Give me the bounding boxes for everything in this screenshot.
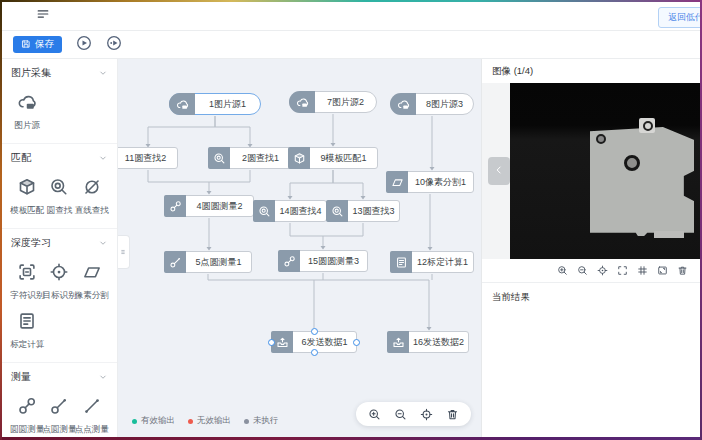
node-label: 10像素分割1 (408, 176, 473, 189)
node-handle[interactable] (353, 339, 360, 346)
flow-node[interactable]: 12标定计算1 (390, 251, 474, 273)
save-icon (21, 39, 31, 49)
tool-item[interactable]: 目标识别 (43, 262, 75, 302)
flow-node[interactable]: 11圆查找2 (118, 147, 178, 169)
image-bright-square (639, 118, 655, 133)
calib-calc-icon (395, 256, 408, 269)
prev-image-button[interactable] (488, 157, 510, 185)
tool-item[interactable]: 点圆测量 (43, 396, 75, 436)
zoom-out-icon (394, 408, 407, 421)
locate-button[interactable] (597, 265, 608, 276)
locate-button[interactable] (420, 408, 433, 421)
node-handle[interactable] (311, 349, 318, 356)
node-label: 14圆查找4 (275, 205, 326, 218)
run-button[interactable] (75, 36, 92, 53)
zoom-in-button[interactable] (557, 265, 568, 276)
tool-sidebar: 图片采集图片源匹配模板匹配圆查找直线查找深度学习字符识别目标识别像素分割标定计算… (2, 59, 118, 437)
tool-item[interactable]: 圆查找 (43, 177, 75, 217)
flow-node[interactable]: 8图片源3 (390, 93, 474, 115)
current-result-title: 当前结果 (482, 283, 700, 312)
node-handle[interactable] (311, 328, 318, 335)
grip-icon (118, 243, 128, 261)
node-label: 11圆查找2 (118, 152, 177, 165)
fullscreen-button[interactable] (617, 265, 628, 276)
menu-icon[interactable] (36, 7, 50, 25)
tool-item[interactable]: 圆圆测量 (11, 396, 43, 436)
circle-find-icon (213, 152, 226, 165)
trash-button[interactable] (446, 408, 459, 421)
save-button-label: 保存 (35, 38, 54, 51)
save-button[interactable]: 保存 (13, 36, 62, 53)
tool-item[interactable]: 图片源 (11, 92, 43, 132)
tool-item[interactable]: 标定计算 (11, 311, 43, 351)
image-source-icon (397, 98, 410, 111)
toolbar: 保存 (2, 31, 700, 59)
sidebar-section: 深度学习字符识别目标识别像素分割标定计算 (2, 229, 117, 363)
section-title: 图片采集 (11, 66, 51, 80)
flow-node[interactable]: 2圆查找1 (208, 147, 292, 169)
legend-item: 无效输出 (188, 415, 231, 427)
tool-item[interactable]: 点点测量 (76, 396, 108, 436)
image-source-icon (296, 96, 309, 109)
flow-node[interactable]: 10像素分割1 (386, 171, 474, 193)
node-label: 15圆圆测量3 (300, 255, 367, 268)
image-source-icon (176, 98, 189, 111)
sidebar-collapse-handle[interactable] (118, 235, 130, 269)
section-header[interactable]: 匹配 (11, 151, 108, 165)
line-find-icon (82, 177, 102, 197)
image-source-icon (17, 92, 37, 112)
section-header[interactable]: 图片采集 (11, 66, 108, 80)
section-header[interactable]: 深度学习 (11, 236, 108, 250)
fit-image-button[interactable] (657, 265, 668, 276)
flow-node[interactable]: 13圆查找3 (326, 200, 400, 222)
chevron-down-icon (98, 153, 108, 163)
tool-label: 目标识别 (43, 290, 77, 302)
flow-node[interactable]: 1图片源1 (169, 93, 261, 115)
image-bottom-tab (654, 231, 684, 238)
tool-item[interactable]: 直线查找 (76, 177, 108, 217)
tool-label: 图片源 (14, 120, 40, 132)
zoom-out-icon (577, 265, 588, 276)
flow-node[interactable]: 15圆圆测量3 (278, 250, 368, 272)
sidebar-section: 匹配模板匹配圆查找直线查找 (2, 144, 117, 229)
chevron-down-icon (98, 68, 108, 78)
step-run-button[interactable] (105, 36, 122, 53)
send-data-icon (276, 336, 289, 349)
sidebar-section: 图片采集图片源 (2, 59, 117, 144)
tool-label: 像素分割 (75, 290, 109, 302)
flow-node[interactable]: 16发送数据2 (387, 331, 469, 353)
flow-node[interactable]: 5点圆测量1 (164, 251, 252, 273)
zoom-in-icon (368, 408, 381, 421)
circle-circle-measure-icon (283, 255, 296, 268)
zoom-in-button[interactable] (368, 408, 381, 421)
legend-item: 未执行 (244, 415, 279, 427)
section-header[interactable]: 测量 (11, 370, 108, 384)
flow-node[interactable]: 6发送数据1 (271, 331, 357, 353)
flow-node[interactable]: 9模板匹配1 (288, 147, 378, 169)
tool-item[interactable]: 像素分割 (76, 262, 108, 302)
zoom-out-button[interactable] (394, 408, 407, 421)
grid-button[interactable] (637, 265, 648, 276)
ocr-icon (17, 262, 37, 282)
tool-label: 直线查找 (75, 205, 109, 217)
flow-node[interactable]: 14圆查找4 (253, 200, 327, 222)
camera-image (510, 83, 700, 259)
flow-node[interactable]: 4圆圆测量2 (164, 195, 254, 217)
zoom-out-button[interactable] (577, 265, 588, 276)
image-plate-shape (590, 127, 695, 236)
flow-canvas[interactable]: 1图片源17图片源28图片源311圆查找22圆查找19模板匹配110像素分割14… (118, 59, 481, 437)
legend-label: 未执行 (253, 415, 279, 427)
node-handle[interactable] (268, 339, 275, 346)
template-match-icon (17, 177, 37, 197)
node-label: 4圆圆测量2 (186, 200, 253, 213)
tool-item[interactable]: 字符识别 (11, 262, 43, 302)
flow-node[interactable]: 7图片源2 (289, 91, 377, 113)
section-title: 测量 (11, 370, 31, 384)
back-to-lowcode-button[interactable]: 返回低代 (658, 7, 700, 28)
fullscreen-icon (617, 265, 628, 276)
trash-button[interactable] (677, 265, 688, 276)
tool-item[interactable]: 模板匹配 (11, 177, 43, 217)
image-toolbar (482, 259, 700, 283)
tool-label: 圆查找 (47, 205, 73, 217)
template-match-icon (293, 152, 306, 165)
